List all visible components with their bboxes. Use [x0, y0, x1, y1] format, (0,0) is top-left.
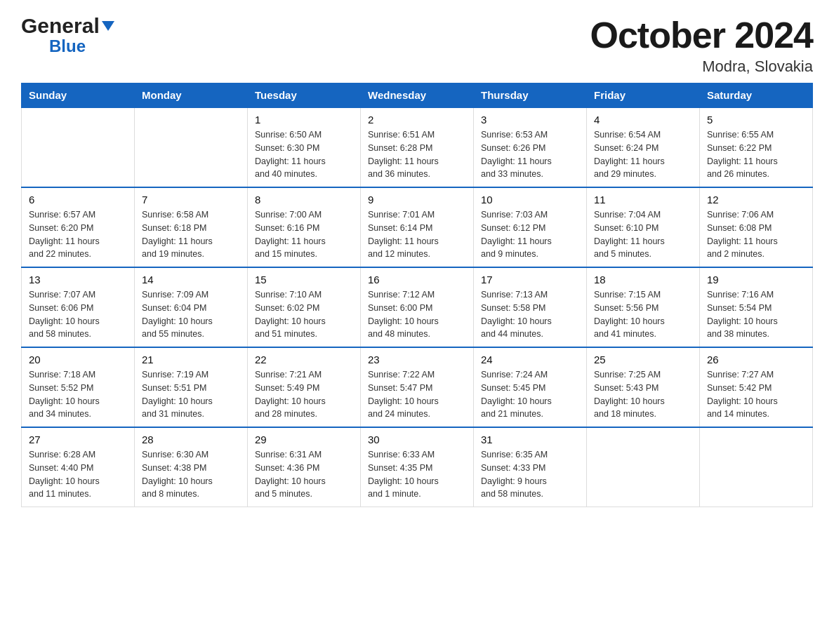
- day-number: 4: [594, 114, 692, 126]
- calendar-header: SundayMondayTuesdayWednesdayThursdayFrid…: [22, 83, 813, 108]
- calendar-cell: 28Sunrise: 6:30 AM Sunset: 4:38 PM Dayli…: [135, 427, 248, 507]
- calendar-cell: 1Sunrise: 6:50 AM Sunset: 6:30 PM Daylig…: [248, 107, 361, 187]
- calendar-cell: 26Sunrise: 7:27 AM Sunset: 5:42 PM Dayli…: [700, 347, 813, 427]
- day-number: 12: [707, 194, 805, 206]
- calendar-cell: 27Sunrise: 6:28 AM Sunset: 4:40 PM Dayli…: [22, 427, 135, 507]
- calendar-week-row: 13Sunrise: 7:07 AM Sunset: 6:06 PM Dayli…: [22, 267, 813, 347]
- day-of-week-header: Friday: [587, 83, 700, 108]
- day-number: 7: [142, 194, 240, 206]
- day-number: 21: [142, 354, 240, 365]
- logo: General Blue: [21, 14, 114, 56]
- day-info: Sunrise: 6:30 AM Sunset: 4:38 PM Dayligh…: [142, 448, 240, 501]
- day-number: 25: [594, 354, 692, 365]
- day-of-week-header: Monday: [135, 83, 248, 108]
- day-info: Sunrise: 6:50 AM Sunset: 6:30 PM Dayligh…: [255, 128, 353, 181]
- day-number: 30: [368, 434, 466, 445]
- day-info: Sunrise: 7:13 AM Sunset: 5:58 PM Dayligh…: [481, 288, 579, 341]
- header-row: SundayMondayTuesdayWednesdayThursdayFrid…: [22, 83, 813, 108]
- logo-general-text: General: [21, 14, 100, 38]
- day-number: 23: [368, 354, 466, 365]
- calendar-cell: [135, 107, 248, 187]
- day-info: Sunrise: 7:27 AM Sunset: 5:42 PM Dayligh…: [707, 368, 805, 421]
- day-number: 5: [707, 114, 805, 126]
- calendar-cell: 23Sunrise: 7:22 AM Sunset: 5:47 PM Dayli…: [361, 347, 474, 427]
- day-info: Sunrise: 6:31 AM Sunset: 4:36 PM Dayligh…: [255, 448, 353, 501]
- day-info: Sunrise: 7:22 AM Sunset: 5:47 PM Dayligh…: [368, 368, 466, 421]
- day-info: Sunrise: 7:09 AM Sunset: 6:04 PM Dayligh…: [142, 288, 240, 341]
- calendar-cell: 8Sunrise: 7:00 AM Sunset: 6:16 PM Daylig…: [248, 187, 361, 267]
- calendar-cell: 7Sunrise: 6:58 AM Sunset: 6:18 PM Daylig…: [135, 187, 248, 267]
- month-title: October 2024: [590, 14, 814, 56]
- day-number: 10: [481, 194, 579, 206]
- day-number: 20: [29, 354, 127, 365]
- calendar-cell: 18Sunrise: 7:15 AM Sunset: 5:56 PM Dayli…: [587, 267, 700, 347]
- calendar-cell: 22Sunrise: 7:21 AM Sunset: 5:49 PM Dayli…: [248, 347, 361, 427]
- calendar-cell: 9Sunrise: 7:01 AM Sunset: 6:14 PM Daylig…: [361, 187, 474, 267]
- day-info: Sunrise: 6:54 AM Sunset: 6:24 PM Dayligh…: [594, 128, 692, 181]
- calendar-cell: 16Sunrise: 7:12 AM Sunset: 6:00 PM Dayli…: [361, 267, 474, 347]
- calendar-cell: 11Sunrise: 7:04 AM Sunset: 6:10 PM Dayli…: [587, 187, 700, 267]
- calendar-cell: 10Sunrise: 7:03 AM Sunset: 6:12 PM Dayli…: [474, 187, 587, 267]
- day-number: 22: [255, 354, 353, 365]
- calendar-cell: 13Sunrise: 7:07 AM Sunset: 6:06 PM Dayli…: [22, 267, 135, 347]
- day-info: Sunrise: 6:51 AM Sunset: 6:28 PM Dayligh…: [368, 128, 466, 181]
- logo-blue-text: Blue: [49, 36, 86, 56]
- day-number: 1: [255, 114, 353, 126]
- calendar-cell: 31Sunrise: 6:35 AM Sunset: 4:33 PM Dayli…: [474, 427, 587, 507]
- day-info: Sunrise: 6:55 AM Sunset: 6:22 PM Dayligh…: [707, 128, 805, 181]
- day-number: 17: [481, 274, 579, 286]
- day-of-week-header: Tuesday: [248, 83, 361, 108]
- calendar-week-row: 6Sunrise: 6:57 AM Sunset: 6:20 PM Daylig…: [22, 187, 813, 267]
- calendar-cell: 3Sunrise: 6:53 AM Sunset: 6:26 PM Daylig…: [474, 107, 587, 187]
- day-info: Sunrise: 7:04 AM Sunset: 6:10 PM Dayligh…: [594, 208, 692, 261]
- calendar-week-row: 27Sunrise: 6:28 AM Sunset: 4:40 PM Dayli…: [22, 427, 813, 507]
- calendar-cell: 14Sunrise: 7:09 AM Sunset: 6:04 PM Dayli…: [135, 267, 248, 347]
- calendar-cell: 25Sunrise: 7:25 AM Sunset: 5:43 PM Dayli…: [587, 347, 700, 427]
- calendar-table: SundayMondayTuesdayWednesdayThursdayFrid…: [21, 83, 813, 507]
- day-number: 3: [481, 114, 579, 126]
- day-info: Sunrise: 6:58 AM Sunset: 6:18 PM Dayligh…: [142, 208, 240, 261]
- day-number: 31: [481, 434, 579, 445]
- title-block: October 2024 Modra, Slovakia: [590, 14, 814, 76]
- day-info: Sunrise: 7:18 AM Sunset: 5:52 PM Dayligh…: [29, 368, 127, 421]
- day-info: Sunrise: 7:24 AM Sunset: 5:45 PM Dayligh…: [481, 368, 579, 421]
- day-number: 29: [255, 434, 353, 445]
- day-number: 14: [142, 274, 240, 286]
- day-info: Sunrise: 7:01 AM Sunset: 6:14 PM Dayligh…: [368, 208, 466, 261]
- day-info: Sunrise: 7:07 AM Sunset: 6:06 PM Dayligh…: [29, 288, 127, 341]
- day-of-week-header: Thursday: [474, 83, 587, 108]
- day-number: 27: [29, 434, 127, 445]
- day-number: 6: [29, 194, 127, 206]
- day-number: 13: [29, 274, 127, 286]
- day-number: 2: [368, 114, 466, 126]
- day-of-week-header: Saturday: [700, 83, 813, 108]
- day-number: 9: [368, 194, 466, 206]
- calendar-week-row: 20Sunrise: 7:18 AM Sunset: 5:52 PM Dayli…: [22, 347, 813, 427]
- calendar-week-row: 1Sunrise: 6:50 AM Sunset: 6:30 PM Daylig…: [22, 107, 813, 187]
- calendar-cell: [700, 427, 813, 507]
- day-number: 8: [255, 194, 353, 206]
- day-number: 15: [255, 274, 353, 286]
- day-info: Sunrise: 7:12 AM Sunset: 6:00 PM Dayligh…: [368, 288, 466, 341]
- day-info: Sunrise: 7:06 AM Sunset: 6:08 PM Dayligh…: [707, 208, 805, 261]
- calendar-cell: 29Sunrise: 6:31 AM Sunset: 4:36 PM Dayli…: [248, 427, 361, 507]
- calendar-cell: 21Sunrise: 7:19 AM Sunset: 5:51 PM Dayli…: [135, 347, 248, 427]
- day-of-week-header: Wednesday: [361, 83, 474, 108]
- calendar-cell: 2Sunrise: 6:51 AM Sunset: 6:28 PM Daylig…: [361, 107, 474, 187]
- calendar-cell: 30Sunrise: 6:33 AM Sunset: 4:35 PM Dayli…: [361, 427, 474, 507]
- day-number: 11: [594, 194, 692, 206]
- calendar-cell: 15Sunrise: 7:10 AM Sunset: 6:02 PM Dayli…: [248, 267, 361, 347]
- day-info: Sunrise: 7:19 AM Sunset: 5:51 PM Dayligh…: [142, 368, 240, 421]
- calendar-cell: [22, 107, 135, 187]
- day-info: Sunrise: 6:33 AM Sunset: 4:35 PM Dayligh…: [368, 448, 466, 501]
- day-info: Sunrise: 7:21 AM Sunset: 5:49 PM Dayligh…: [255, 368, 353, 421]
- calendar-cell: [587, 427, 700, 507]
- day-number: 28: [142, 434, 240, 445]
- calendar-cell: 4Sunrise: 6:54 AM Sunset: 6:24 PM Daylig…: [587, 107, 700, 187]
- day-number: 24: [481, 354, 579, 365]
- calendar-cell: 12Sunrise: 7:06 AM Sunset: 6:08 PM Dayli…: [700, 187, 813, 267]
- calendar-cell: 17Sunrise: 7:13 AM Sunset: 5:58 PM Dayli…: [474, 267, 587, 347]
- day-number: 18: [594, 274, 692, 286]
- calendar-cell: 6Sunrise: 6:57 AM Sunset: 6:20 PM Daylig…: [22, 187, 135, 267]
- calendar-cell: 19Sunrise: 7:16 AM Sunset: 5:54 PM Dayli…: [700, 267, 813, 347]
